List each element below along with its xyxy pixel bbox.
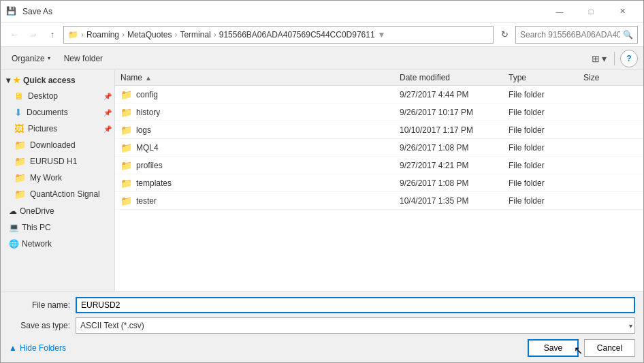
toolbar: Organize ▾ New folder ⊞ ▾ ? — [1, 47, 643, 70]
folder-icon: 📁 — [14, 156, 26, 167]
file-name-cell: 📁 tester — [120, 195, 400, 206]
sidebar-network[interactable]: 🌐 Network — [1, 236, 114, 251]
title-bar-left: 💾 Save As — [6, 6, 52, 17]
sidebar-item-quantaction-signal[interactable]: 📁 QuantAction Signal — [1, 186, 114, 202]
file-date-cell: 10/10/2017 1:17 PM — [400, 125, 509, 135]
save-as-dialog: 💾 Save As — □ ✕ ← → ↑ 📁 › Roaming › Meta… — [0, 0, 644, 363]
breadcrumb-id[interactable]: 915566BA06ADA407569C544CC0D97611 — [219, 30, 375, 40]
header-date[interactable]: Date modified — [400, 73, 509, 82]
sidebar-item-label: Documents — [27, 108, 68, 117]
savetype-select[interactable]: ASCII Text (*.csv)CSV (*.csv)Text (*.txt… — [76, 317, 635, 334]
thispc-label: This PC — [22, 223, 51, 232]
file-date-cell: 10/4/2017 1:35 PM — [400, 196, 509, 206]
breadcrumb[interactable]: 📁 › Roaming › MetaQuotes › Terminal › 91… — [63, 26, 494, 44]
maximize-button[interactable]: □ — [575, 1, 607, 22]
file-name: profiles — [136, 161, 163, 170]
new-folder-button[interactable]: New folder — [59, 50, 108, 67]
network-label: Network — [22, 239, 52, 249]
file-date-cell: 9/26/2017 1:08 PM — [400, 143, 509, 153]
sidebar-item-label: Desktop — [28, 91, 58, 101]
sidebar-item-my-work[interactable]: 📁 My Work — [1, 170, 114, 186]
forward-button[interactable]: → — [25, 27, 42, 43]
quick-access-header[interactable]: ▾ ★ Quick access — [1, 73, 114, 88]
header-name[interactable]: Name ▲ — [120, 73, 400, 82]
file-date-cell: 9/27/2017 4:44 PM — [400, 90, 509, 99]
save-button[interactable]: Save ↖ — [528, 339, 579, 357]
header-type[interactable]: Type — [509, 73, 583, 82]
cloud-icon: ☁ — [9, 206, 17, 216]
table-row[interactable]: 📁 templates 9/26/2017 1:08 PM File folde… — [115, 174, 643, 192]
refresh-button[interactable]: ↻ — [496, 27, 513, 43]
filename-label: File name: — [9, 300, 70, 310]
folder-icon: 📁 — [120, 160, 132, 171]
folder-icon: 📁 — [120, 125, 132, 136]
organize-label: Organize — [12, 54, 45, 63]
table-row[interactable]: 📁 logs 10/10/2017 1:17 PM File folder — [115, 121, 643, 139]
file-name: templates — [136, 178, 172, 188]
header-size[interactable]: Size — [583, 73, 638, 82]
table-row[interactable]: 📁 MQL4 9/26/2017 1:08 PM File folder — [115, 139, 643, 157]
search-box[interactable]: 🔍 — [515, 26, 638, 44]
content-area: ▾ ★ Quick access 🖥 Desktop 📌 ⬇ Documents… — [1, 70, 643, 291]
breadcrumb-roaming[interactable]: Roaming — [86, 30, 119, 40]
file-date-cell: 9/27/2017 4:21 PM — [400, 161, 509, 170]
pin-icon: 📌 — [103, 109, 112, 116]
file-name: MQL4 — [136, 143, 159, 153]
window-title: Save As — [22, 7, 52, 16]
breadcrumb-terminal[interactable]: Terminal — [180, 30, 210, 40]
file-name-cell: 📁 profiles — [120, 160, 400, 171]
breadcrumb-metaquotes[interactable]: MetaQuotes — [127, 30, 172, 40]
file-list-header: Name ▲ Date modified Type Size — [115, 70, 643, 86]
folder-icon: 📁 — [120, 195, 132, 206]
folder-icon: 📁 — [120, 107, 132, 118]
file-type-cell: File folder — [509, 178, 583, 188]
sidebar-item-eurusd-h1[interactable]: 📁 EURUSD H1 — [1, 153, 114, 170]
filename-input[interactable] — [76, 297, 635, 313]
sidebar-item-desktop[interactable]: 🖥 Desktop 📌 — [1, 88, 114, 104]
hide-folders-label: Hide Folders — [20, 343, 66, 353]
file-name: logs — [136, 125, 151, 135]
search-input[interactable] — [520, 30, 620, 40]
back-button[interactable]: ← — [6, 27, 22, 43]
sidebar-item-label: QuantAction Signal — [30, 189, 100, 199]
close-button[interactable]: ✕ — [607, 1, 638, 22]
sidebar-item-downloaded[interactable]: 📁 Downloaded — [1, 137, 114, 153]
file-type-cell: File folder — [509, 196, 583, 206]
folder-icon: 📁 — [120, 142, 132, 153]
table-row[interactable]: 📁 tester 10/4/2017 1:35 PM File folder — [115, 192, 643, 210]
sidebar-section-thispc: 💻 This PC — [1, 220, 114, 235]
savetype-row: Save as type: ASCII Text (*.csv)CSV (*.c… — [9, 317, 635, 334]
col-name-label: Name — [120, 73, 142, 82]
toolbar-separator — [614, 52, 615, 65]
star-icon: ★ — [13, 76, 20, 85]
sidebar-item-label: My Work — [30, 173, 62, 183]
organize-button[interactable]: Organize ▾ — [6, 50, 56, 67]
sidebar-item-documents[interactable]: ⬇ Documents 📌 — [1, 104, 114, 121]
file-list: Name ▲ Date modified Type Size 📁 config — [115, 70, 643, 291]
view-button[interactable]: ⊞ ▾ — [590, 50, 609, 67]
computer-icon: 💻 — [9, 223, 19, 232]
up-button[interactable]: ↑ — [44, 27, 61, 43]
sidebar-item-pictures[interactable]: 🖼 Pictures 📌 — [1, 121, 114, 137]
file-name: tester — [136, 196, 157, 206]
hide-folders-button[interactable]: ▲ Hide Folders — [9, 343, 66, 353]
sidebar-onedrive[interactable]: ☁ OneDrive — [1, 204, 114, 219]
col-type-label: Type — [509, 73, 526, 82]
save-label: Save — [544, 343, 562, 353]
sidebar-thispc[interactable]: 💻 This PC — [1, 220, 114, 235]
sidebar: ▾ ★ Quick access 🖥 Desktop 📌 ⬇ Documents… — [1, 70, 115, 291]
file-type-cell: File folder — [509, 108, 583, 117]
table-row[interactable]: 📁 config 9/27/2017 4:44 PM File folder — [115, 86, 643, 104]
file-name-cell: 📁 config — [120, 89, 400, 100]
chevron-up-icon: ▲ — [9, 343, 17, 353]
cancel-label: Cancel — [597, 343, 622, 353]
help-button[interactable]: ? — [620, 50, 638, 67]
minimize-button[interactable]: — — [544, 1, 575, 22]
table-row[interactable]: 📁 profiles 9/27/2017 4:21 PM File folder — [115, 157, 643, 174]
file-type-cell: File folder — [509, 125, 583, 135]
cancel-button[interactable]: Cancel — [584, 339, 635, 357]
folder-icon: 📁 — [14, 172, 26, 183]
breadcrumb-icon: 📁 — [68, 30, 78, 40]
table-row[interactable]: 📁 history 9/26/2017 10:17 PM File folder — [115, 104, 643, 121]
pin-icon: 📌 — [103, 125, 112, 133]
